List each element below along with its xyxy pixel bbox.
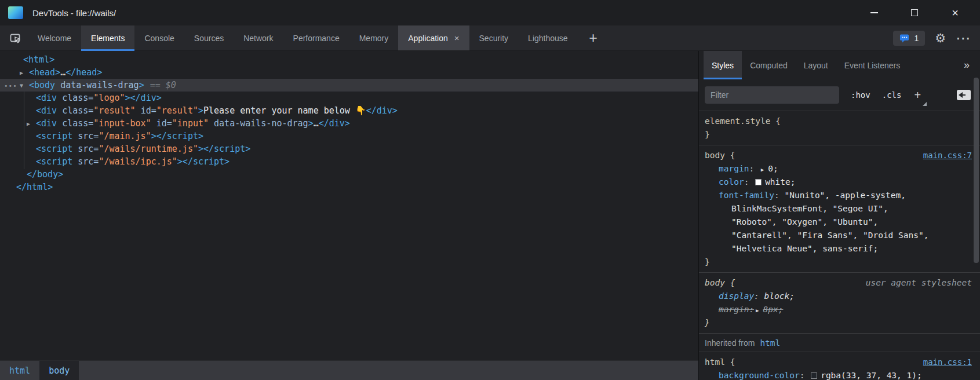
tab-elements[interactable]: Elements xyxy=(81,25,134,50)
arrow-left-icon xyxy=(959,92,963,98)
maximize-icon xyxy=(911,9,918,16)
devtools-logo-icon xyxy=(8,6,23,19)
close-button[interactable]: × xyxy=(935,0,975,25)
close-icon: × xyxy=(952,7,959,19)
more-dots-icon: ⋯ xyxy=(956,30,971,47)
tree-line-script-main[interactable]: <script src="/main.js"></script> xyxy=(0,130,698,142)
sidebar-tabs: Styles Computed Layout Event Listeners » xyxy=(699,51,980,79)
feedback-badge-button[interactable]: 1 xyxy=(893,31,925,46)
tab-computed[interactable]: Computed xyxy=(742,51,796,79)
color-swatch-dark[interactable] xyxy=(811,372,817,379)
rule-body-maincss: body {main.css:7 margin: ▶0; color: whit… xyxy=(699,145,980,273)
tree-line-body-selected[interactable]: •••▼<body data-wails-drag>== $0 xyxy=(0,79,698,92)
inherited-from-html-link[interactable]: html xyxy=(760,338,780,348)
tab-performance[interactable]: Performance xyxy=(283,25,349,50)
tab-application[interactable]: Application × xyxy=(398,25,469,50)
tree-line-script-ipc[interactable]: <script src="/wails/ipc.js"></script> xyxy=(0,155,698,168)
property-color[interactable]: color: white; xyxy=(699,176,980,189)
more-options-button[interactable]: ⋯ xyxy=(956,35,971,42)
expand-arrow-icon[interactable]: ▶ xyxy=(761,167,764,173)
color-swatch-white[interactable] xyxy=(755,179,762,185)
tab-console[interactable]: Console xyxy=(134,25,184,50)
close-tab-icon[interactable]: × xyxy=(454,34,460,42)
minimize-button[interactable] xyxy=(854,0,894,25)
property-font-family-wrap[interactable]: "Roboto", "Oxygen", "Ubuntu", xyxy=(699,215,980,229)
rule-body-user-agent: body {user agent stylesheet display: blo… xyxy=(699,273,980,334)
tree-line-html-close[interactable]: </html> xyxy=(0,181,698,193)
gear-icon: ⚙ xyxy=(935,31,946,45)
inspect-element-button[interactable] xyxy=(3,25,28,50)
window-controls: × xyxy=(854,0,975,25)
tab-sources[interactable]: Sources xyxy=(184,25,234,50)
chat-bubble-icon xyxy=(899,34,909,43)
inherited-from-header: Inherited from html xyxy=(699,334,980,352)
tree-line-div-result[interactable]: <div class="result" id="result">Please e… xyxy=(0,104,698,117)
toolbar-right-cluster: 1 ⚙ ⋯ xyxy=(893,25,971,50)
rule-origin-label: user agent stylesheet xyxy=(866,276,980,290)
window-titlebar: DevTools - file://wails/ × xyxy=(0,0,980,25)
property-margin-overridden[interactable]: margin:▶8px; xyxy=(699,303,980,316)
more-panels-button[interactable]: » xyxy=(964,59,970,71)
toggle-hover-state-button[interactable]: :hov xyxy=(851,90,870,100)
arrow-left-icon-bar xyxy=(963,94,966,96)
tab-event-listeners[interactable]: Event Listeners xyxy=(836,51,909,79)
settings-button[interactable]: ⚙ xyxy=(935,32,946,44)
selected-node-annotation: == $0 xyxy=(150,80,176,90)
source-link-maincss7[interactable]: main.css:7 xyxy=(923,149,980,162)
elements-breadcrumb: html body xyxy=(0,360,698,380)
elements-tree-panel: <html> ▶<head>…</head> •••▼<body data-wa… xyxy=(0,51,698,360)
dock-sidebar-button[interactable] xyxy=(957,90,971,100)
property-font-family-wrap[interactable]: "Helvetica Neue", sans-serif; xyxy=(699,242,980,255)
collapse-arrow-icon[interactable]: ▼ xyxy=(20,79,29,92)
property-font-family-wrap[interactable]: "Cantarell", "Fira Sans", "Droid Sans", xyxy=(699,229,980,242)
breadcrumb-body[interactable]: body xyxy=(39,361,79,380)
add-icon: + xyxy=(589,30,598,46)
selector-body-ua[interactable]: body xyxy=(705,276,725,290)
tree-line-script-runtime[interactable]: <script src="/wails/runtime.js"></script… xyxy=(0,142,698,155)
styles-toolbar: :hov .cls + xyxy=(699,79,980,111)
selector-element-style[interactable]: element.style xyxy=(705,115,771,128)
expand-arrow-icon[interactable]: ▶ xyxy=(756,308,759,313)
scrollbar-thumb[interactable] xyxy=(974,78,979,263)
tab-security[interactable]: Security xyxy=(469,25,519,50)
selector-body[interactable]: body xyxy=(705,149,725,162)
selector-html[interactable]: html xyxy=(705,356,725,369)
property-display[interactable]: display: block; xyxy=(699,290,980,303)
expand-arrow-icon[interactable]: ▶ xyxy=(27,118,36,130)
badge-count: 1 xyxy=(914,34,919,43)
minimize-icon xyxy=(870,12,878,13)
maximize-button[interactable] xyxy=(894,0,935,25)
tree-line-div-input-box[interactable]: ▶<div class="input-box" id="input" data-… xyxy=(0,117,698,130)
inspect-icon xyxy=(9,31,23,45)
pointing-down-emoji: 👇 xyxy=(355,105,366,116)
tree-line-body-close[interactable]: </body> xyxy=(0,168,698,181)
add-tab-button[interactable]: + xyxy=(581,25,606,50)
chevron-double-right-icon: » xyxy=(964,59,970,71)
indent-guide xyxy=(24,92,24,169)
property-font-family-wrap[interactable]: BlinkMacSystemFont, "Segoe UI", xyxy=(699,202,980,215)
property-margin[interactable]: margin: ▶0; xyxy=(699,162,980,176)
tab-network[interactable]: Network xyxy=(234,25,283,50)
tab-styles[interactable]: Styles xyxy=(704,51,742,79)
property-font-family[interactable]: font-family: "Nunito", -apple-system, xyxy=(699,189,980,202)
tree-line-head[interactable]: ▶<head>…</head> xyxy=(0,66,698,79)
row-overflow-dots-icon[interactable]: ••• xyxy=(2,80,20,93)
tab-welcome[interactable]: Welcome xyxy=(28,25,81,50)
new-style-rule-button[interactable]: + xyxy=(914,89,921,102)
breadcrumb-html[interactable]: html xyxy=(0,361,39,380)
rule-element-style: element.style { } xyxy=(699,111,980,145)
property-background-color[interactable]: background-color: rgba(33, 37, 43, 1); xyxy=(699,369,980,380)
tab-layout[interactable]: Layout xyxy=(796,51,836,79)
tab-memory[interactable]: Memory xyxy=(349,25,399,50)
styles-sidebar: Styles Computed Layout Event Listeners »… xyxy=(698,51,980,380)
devtools-tabbar: Welcome Elements Console Sources Network… xyxy=(0,25,980,51)
toggle-classes-button[interactable]: .cls xyxy=(882,90,902,100)
tree-line-div-logo[interactable]: <div class="logo"></div> xyxy=(0,92,698,104)
rule-html-maincss: html {main.css:1 background-color: rgba(… xyxy=(699,352,980,380)
source-link-maincss1[interactable]: main.css:1 xyxy=(923,356,980,369)
inherited-from-label: Inherited from xyxy=(705,338,755,348)
tree-line-html-open[interactable]: <html> xyxy=(0,53,698,66)
styles-filter-input[interactable] xyxy=(705,86,839,104)
tab-lighthouse[interactable]: Lighthouse xyxy=(518,25,578,50)
expand-arrow-icon[interactable]: ▶ xyxy=(20,67,29,79)
